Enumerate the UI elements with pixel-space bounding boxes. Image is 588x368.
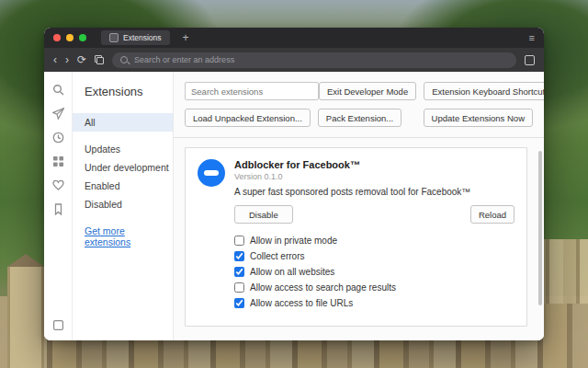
wallpaper-tower (7, 267, 44, 368)
browser-window: Extensions + ≡ ‹ › ⟳ Search or enter an … (44, 28, 544, 340)
address-placeholder: Search or enter an address (134, 55, 234, 64)
heart-icon[interactable] (52, 179, 64, 191)
extension-options: Allow in private mode Collect errors All… (234, 236, 514, 308)
menu-icon[interactable]: ≡ (529, 33, 535, 43)
rail-settings-icon[interactable] (52, 319, 64, 331)
tab-tiles-icon[interactable] (95, 55, 104, 64)
extension-logo-icon (198, 159, 225, 187)
extension-logo-glasses (204, 170, 219, 176)
history-clock-icon[interactable] (52, 132, 64, 144)
reload-button[interactable]: Reload (470, 205, 514, 224)
tab-title: Extensions (123, 33, 162, 42)
search-extensions-input[interactable] (185, 82, 319, 100)
sidebar-item-enabled[interactable]: Enabled (73, 177, 173, 195)
address-bar[interactable]: Search or enter an address (112, 52, 516, 68)
option-allow-search-page-results: Allow access to search page results (234, 282, 514, 293)
allow-private-mode-checkbox[interactable] (234, 236, 244, 246)
extension-keyboard-shortcuts-button[interactable]: Extension Keyboard Shortcuts (424, 82, 544, 100)
sidebar-title: Extensions (73, 85, 173, 98)
messenger-plane-icon[interactable] (52, 108, 64, 120)
option-label: Collect errors (250, 251, 304, 261)
close-window-button[interactable] (53, 34, 61, 41)
option-label: Allow on all websites (250, 267, 334, 277)
window-content: Extensions All Updates Under development… (44, 72, 544, 340)
main-scrollbar[interactable] (538, 151, 542, 335)
zoom-window-button[interactable] (79, 34, 86, 41)
option-label: Allow access to file URLs (250, 298, 353, 308)
extension-description: A super fast sponsored posts removal too… (234, 187, 514, 197)
update-extensions-now-button[interactable]: Update Extensions Now (424, 109, 533, 127)
scrollbar-thumb[interactable] (538, 151, 542, 305)
option-allow-all-websites: Allow on all websites (234, 267, 514, 277)
sidebar-item-under-development[interactable]: Under development (73, 158, 173, 177)
option-allow-file-urls: Allow access to file URLs (234, 298, 514, 308)
rail-search-icon[interactable] (52, 84, 64, 96)
load-unpacked-extension-button[interactable]: Load Unpacked Extension... (185, 109, 311, 127)
search-icon (120, 56, 128, 63)
extension-version: Version 0.1.0 (234, 172, 514, 181)
bookmark-icon[interactable] (52, 203, 64, 215)
allow-file-urls-checkbox[interactable] (234, 298, 244, 308)
option-label: Allow in private mode (250, 236, 337, 246)
pack-extension-button[interactable]: Pack Extension... (318, 109, 401, 127)
option-collect-errors: Collect errors (234, 251, 514, 261)
sidebar-item-disabled[interactable]: Disabled (73, 195, 173, 213)
collect-errors-checkbox[interactable] (234, 251, 244, 261)
get-more-extensions-link[interactable]: Get more extensions (73, 222, 173, 251)
extension-card: Adblocker for Facebook™ Version 0.1.0 A … (185, 147, 527, 327)
back-icon[interactable]: ‹ (53, 54, 57, 65)
new-tab-button[interactable]: + (183, 32, 189, 43)
option-allow-private-mode: Allow in private mode (234, 236, 514, 246)
reload-icon[interactable]: ⟳ (77, 54, 86, 65)
exit-developer-mode-button[interactable]: Exit Developer Mode (319, 82, 416, 100)
main-divider (174, 137, 544, 138)
easy-setup-icon[interactable] (525, 55, 535, 65)
sidebar-item-updates[interactable]: Updates (73, 140, 173, 158)
titlebar: Extensions + ≡ (44, 28, 544, 48)
speed-dial-grid-icon[interactable] (52, 155, 64, 167)
extensions-main: Exit Developer Mode Extension Keyboard S… (174, 72, 544, 340)
forward-icon[interactable]: › (65, 54, 69, 65)
tab-extensions[interactable]: Extensions (101, 30, 170, 45)
sidebar-rail (44, 72, 73, 340)
extension-name: Adblocker for Facebook™ (234, 159, 514, 170)
option-label: Allow access to search page results (250, 282, 396, 293)
sidebar-item-all[interactable]: All (73, 113, 173, 132)
allow-search-page-results-checkbox[interactable] (234, 282, 244, 293)
minimize-window-button[interactable] (66, 34, 74, 41)
disable-button[interactable]: Disable (234, 205, 293, 224)
navigation-toolbar: ‹ › ⟳ Search or enter an address (44, 48, 544, 72)
allow-all-websites-checkbox[interactable] (234, 267, 244, 277)
extensions-sidebar: Extensions All Updates Under development… (73, 72, 174, 340)
extensions-tab-favicon-icon (109, 33, 119, 42)
